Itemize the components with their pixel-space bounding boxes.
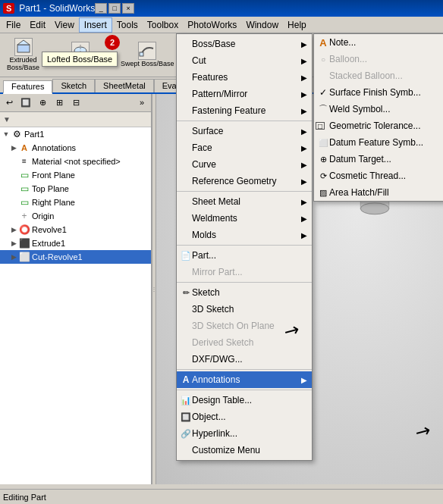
label-part1: Part1: [24, 130, 44, 139]
design-table-icon: 📊: [178, 394, 193, 406]
insert-menu-section-2: Surface ▶ Face ▶ Curve ▶ Reference Geome…: [177, 121, 312, 192]
menu-item-design-table[interactable]: 📊 Design Table...: [177, 392, 312, 409]
sketch-icon: ✏: [178, 286, 193, 299]
annotations-menu-icon: A: [178, 374, 193, 386]
label-material: Material <not specified>: [32, 157, 121, 166]
label-cut-revolve1: Cut-Revolve1: [32, 252, 83, 261]
expander-annotations: ▶: [9, 143, 18, 152]
panel-btn-1[interactable]: ↩: [2, 95, 17, 109]
menu-item-curve[interactable]: Curve ▶: [177, 156, 312, 173]
menu-item-molds[interactable]: Molds ▶: [177, 227, 312, 243]
icon-top-plane: ▭: [18, 183, 30, 195]
menu-item-fastening-feature[interactable]: Fastening Feature ▶: [177, 102, 312, 119]
icon-revolve1: ⭕: [18, 224, 30, 236]
3d-sketch-icon: [178, 303, 193, 315]
menu-item-object[interactable]: 🔲 Object...: [177, 409, 312, 425]
fastening-arrow: ▶: [301, 107, 307, 115]
menu-item-customize[interactable]: Customize Menu: [177, 442, 312, 459]
menu-insert[interactable]: Insert: [79, 17, 112, 33]
menu-item-part[interactable]: 📄 Part...: [177, 247, 312, 264]
filter-icon: ▼: [3, 115, 11, 124]
tab-sketch[interactable]: Sketch: [52, 79, 95, 92]
submenu-item-surface-finish[interactable]: ✓ Surface Finish Symb...: [314, 84, 443, 101]
menu-item-3d-sketch[interactable]: 3D Sketch: [177, 301, 312, 318]
extruded-boss-button[interactable]: ExtrudedBoss/Base: [3, 36, 43, 74]
menu-item-pattern-mirror[interactable]: Pattern/Mirror ▶: [177, 86, 312, 102]
panel-btn-expand[interactable]: »: [134, 95, 149, 109]
tree-item-annotations[interactable]: ▶ A Annotations: [0, 141, 151, 155]
submenu-item-stacked-balloon: Stacked Balloon...: [314, 67, 443, 84]
curve-icon: [178, 158, 193, 171]
surface-arrow: ▶: [301, 127, 307, 136]
menu-item-cut[interactable]: Cut ▶: [177, 52, 312, 69]
customize-icon: [178, 444, 193, 456]
menu-photoworks[interactable]: PhotoWorks: [183, 17, 241, 33]
submenu-item-datum-feature[interactable]: ⬜ Datum Feature Symb...: [314, 134, 443, 151]
label-revolve1: Revolve1: [32, 225, 67, 234]
label-top-plane: Top Plane: [32, 184, 69, 193]
menu-view[interactable]: View: [50, 17, 79, 33]
panel-btn-2[interactable]: 🔲: [18, 95, 33, 109]
menu-toolbox[interactable]: Toolbox: [143, 17, 183, 33]
submenu-item-geometric-tolerance[interactable]: □ Geometric Tolerance... 4: [314, 117, 443, 134]
menu-item-hyperlink[interactable]: 🔗 Hyperlink...: [177, 425, 312, 442]
surface-finish-icon: ✓: [316, 86, 331, 99]
expander-extrude1: ▶: [9, 239, 18, 248]
menu-item-boss-base[interactable]: Boss/Base ▶: [177, 36, 312, 52]
panel-btn-4[interactable]: ⊞: [52, 95, 67, 109]
menu-edit[interactable]: Edit: [25, 17, 50, 33]
lofted-tooltip: Lofted Boss/Base: [42, 52, 118, 67]
submenu-item-datum-target[interactable]: ⊕ Datum Target...: [314, 151, 443, 167]
menu-item-face[interactable]: Face ▶: [177, 139, 312, 156]
menu-window[interactable]: Window: [241, 17, 283, 33]
menu-item-surface[interactable]: Surface ▶: [177, 123, 312, 139]
close-button[interactable]: ×: [122, 3, 134, 14]
swept-boss-button[interactable]: Swept Boss/Base: [117, 39, 178, 70]
pattern-mirror-icon: [178, 88, 193, 100]
submenu-item-weld-symbol[interactable]: ⌒ Weld Symbol...: [314, 101, 443, 117]
panel-btn-5[interactable]: ⊟: [68, 95, 83, 109]
tree-item-revolve1[interactable]: ▶ ⭕ Revolve1: [0, 223, 151, 236]
label-origin: Origin: [32, 211, 54, 221]
status-text: Editing Part: [3, 493, 46, 502]
minimize-button[interactable]: _: [95, 3, 107, 14]
submenu-item-note[interactable]: A Note...: [314, 34, 443, 51]
svg-point-18: [360, 203, 389, 214]
tree-item-origin[interactable]: + Origin: [0, 209, 151, 223]
menu-item-features[interactable]: Features ▶: [177, 69, 312, 86]
menu-help[interactable]: Help: [283, 17, 311, 33]
maximize-button[interactable]: □: [108, 3, 121, 14]
expander-part1: ▼: [2, 130, 11, 139]
tree-item-right-plane[interactable]: ▭ Right Plane: [0, 196, 151, 209]
tree-item-material[interactable]: ≡ Material <not specified>: [0, 155, 151, 168]
expander-revolve1: ▶: [9, 225, 18, 234]
tab-features[interactable]: Features: [3, 80, 52, 94]
menu-item-sheet-metal[interactable]: Sheet Metal ▶: [177, 193, 312, 210]
menu-tools[interactable]: Tools: [112, 17, 143, 33]
tree-item-cut-revolve1[interactable]: ▶ ⬜ Cut-Revolve1: [0, 250, 151, 264]
annotations-arrow: ▶: [301, 376, 307, 384]
menu-item-weldments[interactable]: Weldments ▶: [177, 210, 312, 227]
swept-boss-icon: [138, 42, 156, 60]
menu-item-annotations[interactable]: A Annotations ▶: [177, 371, 312, 388]
menu-item-sketch[interactable]: ✏ Sketch: [177, 284, 312, 301]
feature-tree-panel: ↩ 🔲 ⊕ ⊞ ⊟ » ▼ ▼ ⚙ Part1 ▶ A Annotations …: [0, 94, 152, 484]
curve-arrow: ▶: [301, 161, 307, 169]
menu-file[interactable]: File: [2, 17, 25, 33]
insert-menu-section-7: 📊 Design Table... 🔲 Object... 🔗 Hyperlin…: [177, 390, 312, 460]
tree-item-part1[interactable]: ▼ ⚙ Part1: [0, 127, 151, 141]
tab-sheetmetal[interactable]: SheetMetal: [95, 79, 154, 92]
expander-material: [9, 157, 18, 166]
panel-btn-3[interactable]: ⊕: [35, 95, 50, 109]
submenu-item-area-hatch[interactable]: ▨ Area Hatch/Fill: [314, 184, 443, 201]
tree-item-top-plane[interactable]: ▭ Top Plane: [0, 182, 151, 196]
weldments-arrow: ▶: [301, 214, 307, 223]
submenu-item-cosmetic-thread[interactable]: ⟳ Cosmetic Thread...: [314, 167, 443, 184]
svg-rect-4: [140, 52, 143, 56]
label-annotations: Annotations: [32, 143, 76, 152]
menu-item-reference-geometry[interactable]: Reference Geometry ▶: [177, 173, 312, 189]
sw-logo: S: [3, 3, 14, 14]
tree-item-front-plane[interactable]: ▭ Front Plane: [0, 168, 151, 182]
menu-item-dxf-dwg[interactable]: DXF/DWG...: [177, 351, 312, 368]
tree-item-extrude1[interactable]: ▶ ⬛ Extrude1: [0, 236, 151, 250]
